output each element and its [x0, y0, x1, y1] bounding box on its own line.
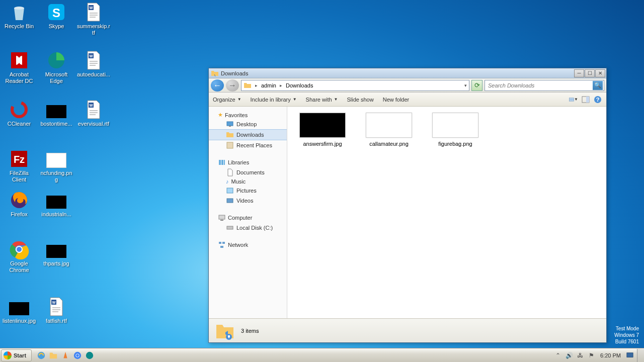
icon-label: industrialn... — [38, 211, 74, 218]
file-thumbnail — [432, 113, 478, 138]
icon-image: S — [46, 2, 66, 22]
nav-localdisk[interactable]: Local Disk (C:) — [209, 223, 287, 233]
include-library-button[interactable]: Include in library ▼ — [251, 97, 297, 103]
back-button[interactable]: ← — [211, 79, 224, 92]
nav-row: ← → ▸ admin ▸ Downloads ▾ ⟳ 🔍 — [209, 78, 606, 93]
address-bar[interactable]: ▸ admin ▸ Downloads ▾ — [241, 80, 469, 91]
desktop-icon[interactable]: Google Chrome — [1, 239, 37, 274]
icon-label: Recycle Bin — [1, 23, 37, 30]
svg-text:S: S — [52, 6, 60, 20]
desktop-icon[interactable]: thparts.jpg — [38, 239, 74, 267]
minimize-button[interactable]: ─ — [574, 69, 584, 77]
svg-rect-36 — [220, 246, 223, 248]
icon-label: Microsoft Edge — [38, 71, 74, 84]
desktop-icon[interactable]: Wfatfish.rtf — [38, 297, 74, 324]
icon-label: fatfish.rtf — [38, 318, 74, 324]
view-mode-button[interactable]: ▼ — [569, 95, 578, 104]
desktop-icon[interactable]: Recycle Bin — [1, 2, 37, 30]
start-button[interactable]: Start — [1, 349, 32, 361]
slideshow-button[interactable]: Slide show — [347, 97, 373, 103]
tray-expand-icon[interactable]: ⌃ — [554, 351, 562, 359]
breadcrumb-part[interactable]: admin — [261, 82, 276, 88]
edge-icon[interactable] — [84, 350, 95, 361]
help-button[interactable]: ? — [593, 95, 602, 104]
chevron-down-icon[interactable]: ▾ — [464, 83, 467, 88]
toolbar: Organize ▼ Include in library ▼ Share wi… — [209, 93, 606, 107]
icon-label: Google Chrome — [1, 260, 37, 274]
file-list[interactable]: answersfirm.jpgcallamateur.pngfigurebag.… — [287, 107, 606, 318]
file-thumbnail — [299, 113, 346, 138]
icon-image — [9, 297, 29, 317]
desktop-icon[interactable]: listenlinux.jpg — [1, 297, 37, 324]
flag-icon[interactable]: ⚑ — [587, 351, 595, 359]
search-box[interactable]: 🔍 — [485, 80, 604, 91]
refresh-button[interactable]: ⟳ — [471, 80, 482, 91]
titlebar[interactable]: Downloads ─ ☐ ✕ — [209, 68, 606, 78]
file-name: answersfirm.jpg — [295, 141, 350, 147]
maximize-button[interactable]: ☐ — [585, 69, 595, 77]
quick-launch — [33, 350, 98, 361]
organize-button[interactable]: Organize ▼ — [213, 97, 242, 103]
nav-pictures[interactable]: Pictures — [209, 186, 287, 196]
svg-rect-28 — [227, 142, 233, 148]
computer-header[interactable]: Computer — [209, 213, 287, 223]
file-item[interactable]: figurebag.png — [428, 113, 482, 147]
nav-desktop[interactable]: Desktop — [209, 119, 287, 129]
desktop-icon[interactable]: Wevervisual.rtf — [75, 100, 112, 127]
chrome-icon[interactable] — [72, 350, 83, 361]
nav-videos[interactable]: Videos — [209, 196, 287, 206]
breadcrumb-sep-icon: ▸ — [280, 83, 282, 88]
desktop-icon[interactable]: Wsummerskip.rtf — [75, 2, 112, 36]
nav-recent[interactable]: Recent Places — [209, 140, 287, 150]
nav-downloads[interactable]: Downloads — [209, 129, 287, 140]
desktop-icon[interactable]: Wautoeducati... — [75, 50, 112, 78]
ie-icon[interactable] — [36, 350, 47, 361]
new-folder-button[interactable]: New folder — [383, 97, 410, 103]
desktop-icon[interactable]: bostontime... — [38, 100, 74, 127]
star-icon: ★ — [218, 112, 223, 118]
desktop-icon[interactable]: industrialn... — [38, 190, 74, 218]
pictures-icon — [226, 187, 234, 195]
file-item[interactable]: callamateur.png — [362, 113, 416, 147]
search-button[interactable]: 🔍 — [593, 81, 603, 90]
icon-label: listenlinux.jpg — [1, 318, 37, 324]
nav-documents[interactable]: Documents — [209, 167, 287, 177]
desktop-icon[interactable]: SSkype — [38, 2, 74, 30]
file-item[interactable]: answersfirm.jpg — [295, 113, 350, 147]
svg-text:Fz: Fz — [14, 154, 25, 165]
desktop-icon[interactable]: Acrobat Reader DC — [1, 50, 37, 84]
breadcrumb-part[interactable]: Downloads — [286, 82, 313, 88]
desktop-icon[interactable]: FzFileZilla Client — [1, 149, 37, 183]
show-desktop-button[interactable] — [637, 349, 644, 362]
icon-image — [9, 2, 29, 22]
file-name: callamateur.png — [362, 141, 416, 147]
desktop-icon[interactable]: Microsoft Edge — [38, 50, 74, 84]
forward-button[interactable]: → — [226, 79, 239, 92]
explorer-icon[interactable] — [48, 350, 59, 361]
nav-music[interactable]: ♪ Music — [209, 177, 287, 186]
svg-text:W: W — [90, 6, 93, 10]
search-input[interactable] — [488, 82, 593, 88]
icon-image: Fz — [9, 149, 29, 169]
vlc-icon[interactable] — [60, 350, 71, 361]
libraries-header[interactable]: Libraries — [209, 157, 287, 167]
monitor-icon[interactable] — [626, 351, 634, 359]
icon-image — [9, 190, 29, 210]
network-tray-icon[interactable]: 🖧 — [576, 351, 584, 359]
clock[interactable]: 6:20 PM — [598, 352, 623, 358]
network-header[interactable]: Network — [209, 240, 287, 250]
volume-icon[interactable]: 🔊 — [565, 351, 573, 359]
file-name: figurebag.png — [428, 141, 482, 147]
close-button[interactable]: ✕ — [595, 69, 605, 77]
desktop-icon[interactable]: ncfunding.png — [38, 149, 74, 183]
icon-label: bostontime... — [38, 121, 74, 127]
folder-icon — [215, 321, 235, 341]
desktop-icon[interactable]: Firefox — [1, 190, 37, 218]
explorer-window: Downloads ─ ☐ ✕ ← → ▸ admin ▸ Downloads … — [208, 68, 607, 343]
favorites-header[interactable]: ★ Favorites — [209, 111, 287, 119]
preview-pane-button[interactable] — [581, 95, 590, 104]
desktop-icon[interactable]: CCleaner — [1, 100, 37, 127]
icon-image — [46, 100, 66, 120]
svg-text:W: W — [90, 104, 93, 107]
share-with-button[interactable]: Share with ▼ — [306, 97, 338, 103]
